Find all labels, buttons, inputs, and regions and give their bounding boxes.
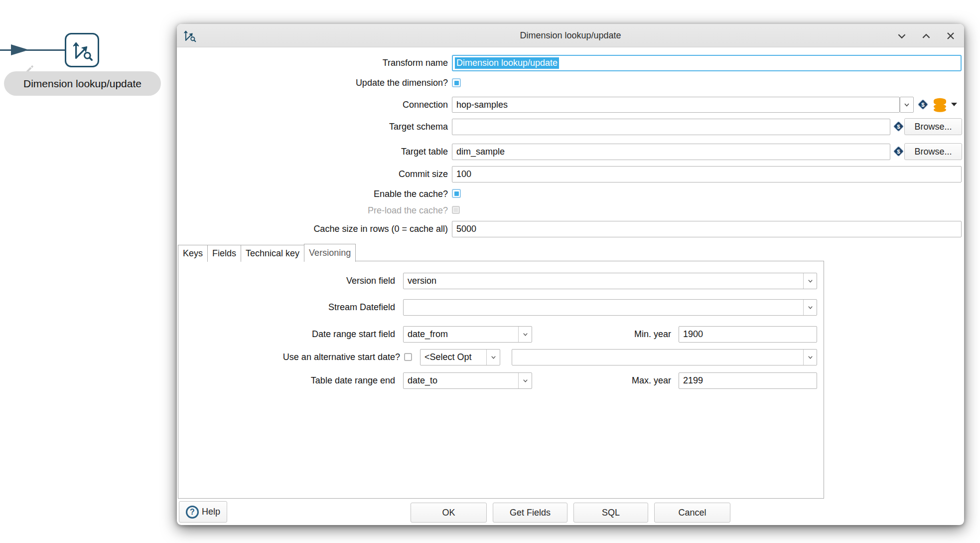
tab-fields[interactable]: Fields (207, 245, 241, 262)
chevron-up-icon[interactable] (921, 30, 932, 41)
sql-button[interactable]: SQL (573, 503, 648, 523)
pipeline-canvas: Dimension lookup/update (0, 0, 179, 110)
svg-text:$: $ (921, 102, 925, 108)
date-range-start-combo[interactable]: date_from (403, 326, 532, 343)
connection-label: Connection (177, 97, 448, 113)
commit-size-label: Commit size (177, 166, 448, 182)
dialog-title: Dimension lookup/update (177, 24, 964, 47)
chevron-down-icon[interactable] (896, 30, 907, 41)
dimension-lookup-icon (71, 39, 93, 61)
node-label[interactable]: Dimension lookup/update (4, 71, 161, 96)
table-date-range-end-label: Table date range end (177, 372, 395, 389)
ok-button[interactable]: OK (411, 503, 487, 523)
svg-text:$: $ (897, 124, 900, 130)
alt-start-date-label: Use an alternative start date? (177, 349, 400, 365)
svg-text:$: $ (897, 149, 900, 155)
date-range-start-label: Date range start field (177, 326, 395, 343)
connection-input[interactable] (452, 97, 900, 113)
hop-arrowhead-icon (11, 44, 29, 55)
chevron-down-icon[interactable] (518, 327, 532, 342)
tab-versioning[interactable]: Versioning (304, 244, 356, 262)
connection-dropdown-button[interactable] (900, 97, 914, 113)
hop-line (0, 49, 66, 51)
chevron-down-icon[interactable] (803, 350, 817, 365)
max-year-label: Max. year (575, 372, 671, 389)
selected-text: Dimension lookup/update (455, 57, 559, 69)
table-date-range-end-combo[interactable]: date_to (403, 372, 532, 389)
chevron-down-icon[interactable] (486, 350, 500, 365)
dimension-lookup-dialog: Dimension lookup/update Transform name D… (177, 24, 964, 525)
target-table-label: Target table (177, 144, 448, 160)
update-dimension-checkbox[interactable] (452, 78, 461, 87)
cache-size-label: Cache size in rows (0 = cache all) (177, 221, 448, 237)
tab-keys[interactable]: Keys (178, 245, 208, 262)
cancel-button[interactable]: Cancel (654, 503, 730, 523)
alt-start-date-checkbox[interactable] (404, 353, 412, 361)
stream-datefield-combo[interactable] (403, 299, 817, 316)
transform-node[interactable] (65, 33, 99, 67)
variable-dollar-icon[interactable]: $ (917, 99, 929, 112)
alt-start-option-combo[interactable]: <Select Opt (420, 349, 500, 365)
database-menu-caret-icon[interactable] (951, 103, 957, 106)
update-dimension-label: Update the dimension? (177, 76, 448, 90)
target-table-input[interactable] (452, 144, 890, 160)
preload-cache-checkbox (452, 206, 460, 214)
variable-dollar-icon[interactable]: $ (893, 121, 904, 134)
version-field-combo[interactable]: version (403, 273, 817, 289)
transform-name-input[interactable]: Dimension lookup/update (452, 55, 962, 71)
browse-table-button[interactable]: Browse... (904, 143, 962, 160)
get-fields-button[interactable]: Get Fields (493, 503, 567, 523)
max-year-input[interactable] (679, 372, 817, 389)
node-label-text: Dimension lookup/update (23, 78, 141, 90)
browse-schema-button[interactable]: Browse... (904, 118, 962, 135)
database-icon[interactable] (932, 97, 948, 114)
min-year-input[interactable] (679, 326, 817, 343)
stream-datefield-label: Stream Datefield (177, 299, 395, 316)
commit-size-input[interactable] (452, 166, 962, 182)
chevron-down-icon[interactable] (803, 300, 817, 315)
target-schema-label: Target schema (177, 119, 448, 135)
enable-cache-checkbox[interactable] (452, 189, 461, 198)
chevron-down-icon[interactable] (518, 373, 532, 388)
close-icon[interactable] (945, 30, 956, 41)
dialog-titlebar[interactable]: Dimension lookup/update (177, 24, 964, 47)
transform-name-label: Transform name (177, 55, 448, 71)
alt-start-value-combo[interactable] (512, 349, 817, 365)
version-field-label: Version field (177, 273, 395, 289)
variable-dollar-icon[interactable]: $ (893, 146, 904, 159)
tab-technical-key[interactable]: Technical key (241, 245, 304, 262)
chevron-down-icon[interactable] (803, 273, 817, 289)
target-schema-input[interactable] (452, 119, 890, 135)
preload-cache-label: Pre-load the cache? (177, 204, 448, 217)
cache-size-input[interactable] (452, 221, 962, 237)
min-year-label: Min. year (575, 326, 671, 343)
enable-cache-label: Enable the cache? (177, 187, 448, 201)
tab-bar: Keys Fields Technical key Versioning (178, 244, 355, 262)
